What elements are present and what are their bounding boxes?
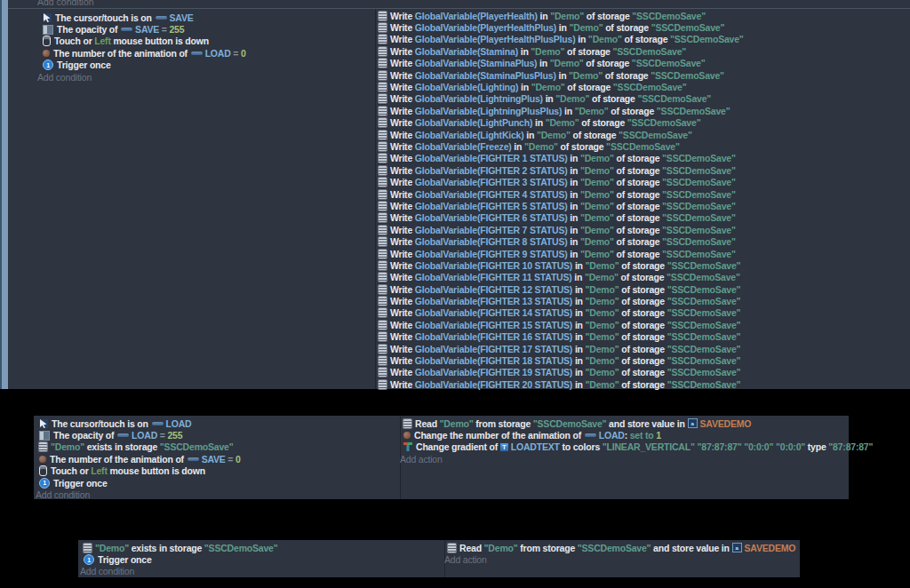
object-link[interactable]: GlobalVariable(FIGHTER 19 STATUS) — [415, 367, 572, 377]
action-row[interactable]: Write GlobalVariable(FIGHTER 17 STATUS) … — [379, 343, 744, 354]
action-row[interactable]: Change the number of the animation of LO… — [403, 429, 873, 441]
action-row[interactable]: Write GlobalVariable(FIGHTER 1 STATUS) i… — [379, 153, 744, 164]
object-link[interactable]: GlobalVariable(StaminaPlus) — [415, 58, 538, 68]
object-link[interactable]: SAVE — [202, 454, 226, 465]
object-link[interactable]: GlobalVariable(FIGHTER 1 STATUS) — [415, 153, 568, 163]
add-condition-link[interactable]: Add condition — [37, 71, 246, 83]
action-row[interactable]: Write GlobalVariable(FIGHTER 18 STATUS) … — [379, 354, 744, 366]
object-link[interactable]: GlobalVariable(FIGHTER 17 STATUS) — [415, 344, 572, 354]
object-link[interactable]: GlobalVariable(FIGHTER 8 STATUS) — [415, 236, 568, 247]
object-link[interactable]: GlobalVariable(FIGHTER 11 STATUS) — [415, 272, 572, 282]
action-row[interactable]: Write GlobalVariable(PlayerHealthPlusPlu… — [379, 34, 744, 45]
object-link[interactable]: GlobalVariable(FIGHTER 20 STATUS) — [415, 379, 572, 390]
action-row[interactable]: Write GlobalVariable(LightningPlus) in "… — [379, 93, 744, 105]
condition-row[interactable]: "Demo" exists in storage "SSCDemoSave" — [39, 441, 241, 453]
object-link[interactable]: GlobalVariable(FIGHTER 5 STATUS) — [415, 201, 568, 211]
object-link[interactable]: GlobalVariable(FIGHTER 12 STATUS) — [415, 284, 572, 295]
condition-row[interactable]: Trigger once — [84, 553, 278, 565]
action-row[interactable]: Write GlobalVariable(FIGHTER 3 STATUS) i… — [379, 176, 744, 187]
action-row[interactable]: Write GlobalVariable(FIGHTER 10 STATUS) … — [379, 259, 744, 271]
action-row[interactable]: Write GlobalVariable(FIGHTER 12 STATUS) … — [379, 283, 744, 295]
object-link[interactable]: GlobalVariable(FIGHTER 2 STATUS) — [415, 165, 568, 176]
object-link[interactable]: GlobalVariable(FIGHTER 14 STATUS) — [415, 307, 572, 318]
object-link[interactable]: GlobalVariable(Stamina) — [415, 46, 518, 57]
previous-event-add-condition-row[interactable]: Add condition — [0, 0, 910, 8]
condition-row[interactable]: Touch or Left mouse button is down — [39, 465, 241, 477]
object-link[interactable]: GlobalVariable(FIGHTER 15 STATUS) — [415, 320, 572, 330]
object-link[interactable]: SAVEDEMO — [700, 418, 752, 429]
action-row[interactable]: Write GlobalVariable(Stamina) in "Demo" … — [379, 45, 744, 57]
condition-row[interactable]: The number of the animation of LOAD = 0 — [43, 47, 246, 59]
object-link[interactable]: LOAD — [599, 430, 625, 441]
object-link[interactable]: GlobalVariable(LightKick) — [415, 130, 524, 140]
action-row[interactable]: Write GlobalVariable(LightningPlusPlus) … — [379, 105, 744, 116]
add-action-link[interactable]: Add action — [400, 453, 873, 465]
object-link[interactable]: GlobalVariable(StaminaPlusPlus) — [415, 70, 556, 81]
action-row[interactable]: Write GlobalVariable(FIGHTER 14 STATUS) … — [379, 307, 744, 319]
object-link[interactable]: GlobalVariable(FIGHTER 16 STATUS) — [415, 331, 572, 342]
condition-row[interactable]: The cursor/touch is on LOAD — [39, 417, 241, 429]
action-row[interactable]: Write GlobalVariable(FIGHTER 9 STATUS) i… — [379, 248, 744, 259]
action-row[interactable]: Write GlobalVariable(LightPunch) in "Dem… — [379, 117, 744, 129]
condition-row[interactable]: Trigger once — [43, 60, 246, 71]
action-row[interactable]: Write GlobalVariable(FIGHTER 15 STATUS) … — [379, 319, 744, 330]
action-row[interactable]: Read "Demo" from storage "SSCDemoSave" a… — [448, 542, 795, 553]
condition-row[interactable]: The opacity of SAVE = 255 — [43, 23, 246, 35]
action-row[interactable]: Write GlobalVariable(FIGHTER 16 STATUS) … — [379, 331, 744, 343]
object-link[interactable]: LOAD — [132, 430, 157, 441]
action-row[interactable]: Write GlobalVariable(FIGHTER 7 STATUS) i… — [379, 224, 744, 235]
action-row[interactable]: Write GlobalVariable(FIGHTER 5 STATUS) i… — [379, 200, 744, 211]
object-link[interactable]: GlobalVariable(Freeze) — [415, 141, 512, 152]
event-margin-bar[interactable] — [2, 0, 8, 389]
object-link[interactable]: GlobalVariable(LightPunch) — [415, 117, 532, 128]
object-link[interactable]: GlobalVariable(LightningPlus) — [415, 93, 543, 104]
object-link[interactable]: GlobalVariable(PlayerHealth) — [415, 11, 538, 21]
object-link[interactable]: GlobalVariable(FIGHTER 13 STATUS) — [415, 296, 572, 306]
object-link[interactable]: SAVE — [170, 12, 194, 23]
action-row[interactable]: Write GlobalVariable(PlayerHealthPlus) i… — [379, 21, 744, 33]
action-row[interactable]: Write GlobalVariable(Freeze) in "Demo" o… — [379, 140, 744, 152]
object-link[interactable]: GlobalVariable(FIGHTER 9 STATUS) — [415, 249, 568, 259]
action-row[interactable]: Write GlobalVariable(FIGHTER 6 STATUS) i… — [379, 212, 744, 224]
action-row[interactable]: Write GlobalVariable(FIGHTER 4 STATUS) i… — [379, 188, 744, 200]
action-row[interactable]: Write GlobalVariable(FIGHTER 2 STATUS) i… — [379, 164, 744, 176]
add-action-link[interactable]: Add action — [444, 553, 795, 565]
object-link[interactable]: GlobalVariable(Lighting) — [415, 82, 519, 92]
object-link[interactable]: GlobalVariable(FIGHTER 7 STATUS) — [415, 225, 568, 235]
object-link[interactable]: GlobalVariable(FIGHTER 10 STATUS) — [415, 260, 572, 271]
object-link[interactable]: GlobalVariable(FIGHTER 6 STATUS) — [415, 212, 568, 223]
object-link[interactable]: LOADTEXT — [511, 441, 560, 452]
text-segment: 0 — [235, 454, 241, 465]
add-condition-link[interactable]: Add condition — [36, 489, 241, 500]
condition-row[interactable]: Trigger once — [39, 477, 241, 489]
add-condition-link[interactable]: Add condition — [80, 566, 278, 577]
object-link[interactable]: GlobalVariable(PlayerHealthPlusPlus) — [415, 34, 576, 44]
condition-row[interactable]: The opacity of LOAD = 255 — [39, 429, 241, 441]
action-row[interactable]: Change gradient of LOADTEXT to colors "L… — [403, 441, 873, 453]
action-row[interactable]: Write GlobalVariable(LightKick) in "Demo… — [379, 129, 744, 140]
object-link[interactable]: GlobalVariable(PlayerHealthPlus) — [415, 22, 556, 33]
action-row[interactable]: Write GlobalVariable(PlayerHealth) in "D… — [379, 10, 744, 21]
object-link[interactable]: LOAD — [166, 418, 192, 429]
action-row[interactable]: Write GlobalVariable(Lighting) in "Demo"… — [379, 81, 744, 92]
action-row[interactable]: Write GlobalVariable(FIGHTER 11 STATUS) … — [379, 272, 744, 283]
object-link[interactable]: GlobalVariable(FIGHTER 4 STATUS) — [415, 189, 568, 200]
action-row[interactable]: Write GlobalVariable(FIGHTER 20 STATUS) … — [379, 378, 744, 390]
object-link[interactable]: SAVE — [135, 24, 159, 35]
action-row[interactable]: Write GlobalVariable(FIGHTER 13 STATUS) … — [379, 295, 744, 306]
action-row[interactable]: Read "Demo" from storage "SSCDemoSave" a… — [403, 417, 873, 429]
object-link[interactable]: GlobalVariable(FIGHTER 3 STATUS) — [415, 177, 568, 187]
action-row[interactable]: Write GlobalVariable(StaminaPlus) in "De… — [379, 58, 744, 69]
condition-row[interactable]: Touch or Left mouse button is down — [43, 36, 246, 47]
object-link[interactable]: GlobalVariable(FIGHTER 18 STATUS) — [415, 355, 572, 366]
object-link[interactable]: SAVEDEMO — [745, 543, 796, 553]
action-row[interactable]: Write GlobalVariable(StaminaPlusPlus) in… — [379, 69, 744, 81]
condition-row[interactable]: The number of the animation of SAVE = 0 — [39, 453, 241, 465]
condition-row[interactable]: The cursor/touch is on SAVE — [43, 12, 246, 23]
condition-row[interactable]: "Demo" exists in storage "SSCDemoSave" — [84, 542, 278, 553]
object-link[interactable]: LOAD — [205, 48, 231, 59]
action-row[interactable]: Write GlobalVariable(FIGHTER 8 STATUS) i… — [379, 235, 744, 247]
object-link[interactable]: GlobalVariable(LightningPlusPlus) — [415, 106, 563, 116]
action-row[interactable]: Write GlobalVariable(FIGHTER 19 STATUS) … — [379, 367, 744, 378]
add-condition-link[interactable]: Add condition — [37, 0, 94, 7]
